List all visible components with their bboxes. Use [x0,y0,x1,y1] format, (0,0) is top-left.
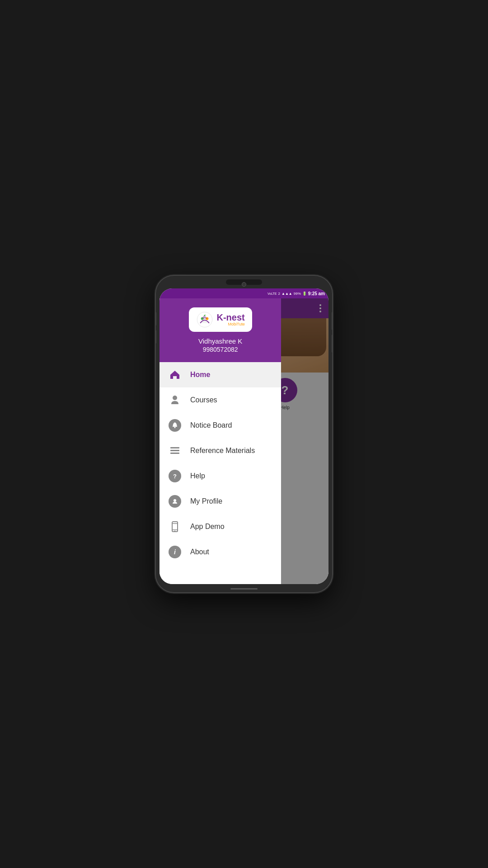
front-camera [242,282,246,287]
appdemo-icon [169,520,181,533]
sidebar-item-home[interactable]: Home [160,362,281,387]
courses-icon [169,394,181,406]
logo-text-block: K-nest MobiTute [217,312,245,327]
info-icon: i [174,548,176,556]
drawer-header: K-nest MobiTute Vidhyashree K 9980572082 [160,298,281,362]
status-bar: VoLTE 2 ▲▲▲ 99% 🔋 9:25 am [160,288,328,298]
svg-point-16 [174,499,176,502]
svg-rect-15 [170,453,179,454]
volte-icon: VoLTE [267,292,277,295]
sidebar-item-noticeboard[interactable]: Notice Board [160,413,281,438]
phone-frame: VoLTE 2 ▲▲▲ 99% 🔋 9:25 am [156,276,332,592]
help-question-mark: ? [173,473,177,480]
about-icon-circle: i [169,546,181,558]
svg-point-20 [174,531,175,532]
user-name: Vidhyashree K [198,337,242,345]
profile-svg-icon [172,498,178,505]
volume-up-button [156,312,156,326]
signal-bars: ▲▲▲ [282,292,292,296]
myprofile-icon [169,495,181,508]
home-icon [169,368,181,381]
status-icons: VoLTE 2 ▲▲▲ 99% 🔋 9:25 am [267,291,325,296]
help-icon: ? [169,470,181,482]
logo-brand-name: K-nest [217,312,245,322]
fingerprint-sensor [332,335,332,353]
myprofile-menu-label: My Profile [190,497,222,505]
sidebar-item-appdemo[interactable]: App Demo [160,514,281,539]
svg-rect-13 [170,447,179,448]
knest-drawer-logo-icon [196,311,213,328]
drawer-menu: Home Courses [160,362,281,584]
sidebar-item-courses[interactable]: Courses [160,387,281,413]
noticeboard-menu-label: Notice Board [190,421,232,429]
svg-rect-14 [170,450,179,451]
reference-icon [169,444,181,457]
battery-percent: 99% [294,292,301,296]
power-button [332,312,332,330]
help-menu-label: Help [190,472,205,480]
appdemo-svg-icon [169,521,181,533]
reference-menu-label: Reference Materials [190,447,255,455]
sidebar-item-reference[interactable]: Reference Materials [160,438,281,463]
svg-point-11 [174,427,176,428]
courses-svg-icon [169,394,181,406]
sidebar-item-help[interactable]: ? Help [160,463,281,489]
bell-svg-icon [172,422,178,429]
home-bar [230,588,258,590]
profile-icon-circle [169,495,181,508]
help-icon-circle: ? [169,470,181,482]
volume-down-button [156,330,156,344]
drawer-overlay[interactable] [281,298,328,584]
appdemo-menu-label: App Demo [190,523,225,531]
sidebar-item-myprofile[interactable]: My Profile [160,489,281,514]
battery-icon: 🔋 [302,292,307,296]
reference-svg-icon [169,445,181,457]
bell-icon-circle [169,419,181,432]
about-menu-label: About [190,548,209,556]
screen-content: K-nest MobiTute [160,298,328,584]
navigation-drawer: K-nest MobiTute Vidhyashree K 9980572082 [160,298,281,584]
sim-icon: 2 [278,292,280,296]
user-phone: 9980572082 [203,346,238,353]
home-svg-icon [169,369,181,381]
clock: 9:25 am [308,291,325,296]
noticeboard-icon [169,419,181,432]
courses-menu-label: Courses [190,396,217,404]
about-icon: i [169,546,181,558]
logo-container: K-nest MobiTute [189,307,252,332]
phone-screen: VoLTE 2 ▲▲▲ 99% 🔋 9:25 am [160,288,328,584]
logo-tagline: MobiTute [217,322,245,327]
svg-point-10 [173,396,177,400]
home-menu-label: Home [190,371,210,379]
sidebar-item-about[interactable]: i About [160,539,281,565]
